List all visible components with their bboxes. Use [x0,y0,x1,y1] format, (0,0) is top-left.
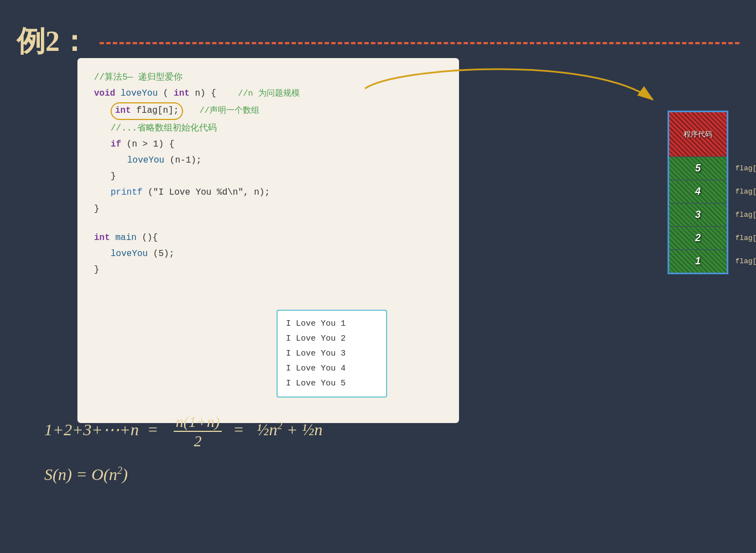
stack-label-2: flag[2] [735,234,756,242]
code-line-flag: int flag[n]; //声明一个数组 [111,102,442,119]
output-line-2: I Love You 2 [286,331,378,346]
stack-diagram: 程序代码 5 flag[5] 4 flag[4] 3 flag[3] 2 fla… [668,111,728,274]
code-line-main: int main (){ [94,231,442,246]
code-comment-omit: //...省略数组初始化代码 [111,121,442,136]
code-block: //算法5— 递归型爱你 void loveYou ( int n) { //n… [77,58,459,423]
stack-cell-4: 4 flag[4] [669,180,727,203]
output-line-4: I Love You 4 [286,361,378,376]
code-line-close2: } [94,202,442,217]
code-comment-1: //算法5— 递归型爱你 [94,70,442,85]
code-line-call: loveYou (n-1); [127,153,442,168]
code-line-void: void loveYou ( int n) { //n 为问题规模 [94,86,442,101]
stack-number-2: 2 [695,232,701,244]
math-equals: = [229,420,253,439]
code-line-close3: } [94,263,442,278]
output-line-5: I Love You 5 [286,376,378,391]
math-fraction: n(1+n) 2 [174,413,222,451]
stack-cell-2: 2 flag[2] [669,226,727,249]
math-rhs: ½n2 + ½n [257,420,322,439]
stack-number-5: 5 [695,163,701,174]
code-line-if: if (n > 1) { [111,137,442,152]
code-line-call5: loveYou (5); [111,247,442,262]
dashed-divider [100,42,739,44]
fraction-numerator: n(1+n) [174,413,222,432]
math-complexity: S(n) = O(n2) [44,465,128,483]
stack-number-3: 3 [695,209,701,221]
stack-cell-5: 5 flag[5] [669,156,727,180]
stack-number-1: 1 [695,255,701,267]
math-formula-1: 1+2+3+⋯+n = n(1+n) 2 = ½n2 + ½n [44,413,322,451]
output-line-1: I Love You 1 [286,316,378,331]
stack-label-4: flag[4] [735,187,756,196]
math-section: 1+2+3+⋯+n = n(1+n) 2 = ½n2 + ½n S(n) = O… [44,413,322,498]
stack-top-label: 程序代码 [684,129,712,139]
code-line-close1: } [111,169,442,184]
stack-label-1: flag[1] [735,257,756,265]
output-line-3: I Love You 3 [286,346,378,361]
output-popup: I Love You 1 I Love You 2 I Love You 3 I… [277,310,387,398]
math-formula-2: S(n) = O(n2) [44,462,322,487]
stack-number-4: 4 [695,186,701,197]
math-lhs: 1+2+3+⋯+n = [44,420,166,439]
stack-box: 程序代码 5 flag[5] 4 flag[4] 3 flag[3] 2 fla… [668,111,728,274]
fraction-denominator: 2 [192,432,204,451]
stack-cell-1: 1 flag[1] [669,249,727,273]
stack-cell-3: 3 flag[3] [669,203,727,226]
stack-label-5: flag[5] [735,164,756,173]
stack-label-3: flag[3] [735,211,756,219]
stack-program-section: 程序代码 [669,112,727,156]
header-section: 例2： [0,22,756,61]
section-title: 例2： [17,22,88,61]
code-line-printf: printf ("I Love You %d\n", n); [111,185,442,200]
